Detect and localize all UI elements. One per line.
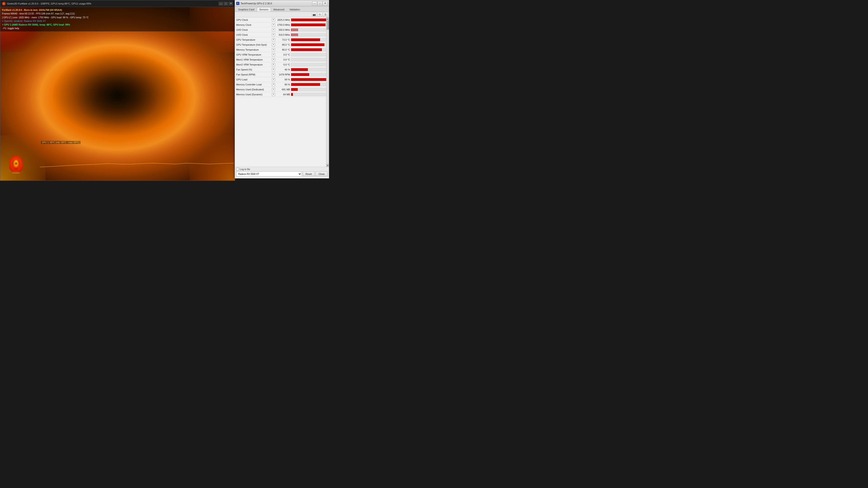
- furmark-restore-button[interactable]: □: [223, 2, 228, 6]
- sensor-value: 1825.0 MHz: [275, 19, 291, 21]
- sensor-bar-container: [291, 83, 328, 86]
- sensor-dropdown[interactable]: ▼: [272, 23, 275, 26]
- sensor-bar: [291, 73, 309, 76]
- sensor-bar-container: [291, 53, 328, 56]
- furmark-stats-overlay: FurMark v1.20.9.0 - Burn-in test, 1024x7…: [0, 7, 235, 31]
- gpuz-restore-button[interactable]: □: [317, 1, 322, 5]
- sensor-row: Memory Temperature ▼ 80.0 °C: [235, 47, 329, 52]
- sensor-dropdown[interactable]: ▼: [272, 58, 275, 61]
- sensor-dropdown[interactable]: ▼: [272, 73, 275, 76]
- sensor-bar-container: [291, 63, 328, 66]
- sensor-row: Fan Speed (%) ▼ 46 %: [235, 67, 329, 72]
- sensor-value: 64 MB: [275, 93, 291, 96]
- sensor-bar-container: [291, 38, 328, 41]
- sensor-value: 681 MB: [275, 88, 291, 91]
- sensor-value: 1478 RPM: [275, 73, 291, 76]
- sensor-dropdown[interactable]: ▼: [272, 28, 275, 31]
- sensor-dropdown[interactable]: ▼: [272, 63, 275, 66]
- sensor-bar: [291, 24, 326, 26]
- sensor-row: GPU Temperature ▼ 73.0 °C: [235, 37, 329, 42]
- gpu-selector[interactable]: Radeon RX 5500 XT: [236, 171, 302, 176]
- stats-line-1: FurMark v1.20.9.0 - Burn-in test, 1024x7…: [2, 8, 233, 12]
- bottom-buttons: Radeon RX 5500 XT Reset Close: [236, 171, 328, 176]
- furmark-canvas: FurMark v1.20.9.0 - Burn-in test, 1024x7…: [0, 7, 235, 181]
- gpuz-minimize-button[interactable]: —: [312, 1, 317, 5]
- sensor-row: GPU VRM Temperature ▼ 0.0 °C: [235, 52, 329, 57]
- sensor-value: 46 %: [275, 68, 291, 71]
- sensor-bar: [291, 43, 324, 46]
- sensor-dropdown[interactable]: ▼: [272, 43, 275, 46]
- gpuz-window: Z TechPowerUp GPU-Z 2.30.0 — □ ✕ Graphic…: [235, 0, 329, 178]
- refresh-button[interactable]: ↻: [317, 12, 322, 17]
- sensor-name: Memory Clock: [235, 24, 272, 26]
- sensor-dropdown[interactable]: ▼: [272, 48, 275, 51]
- scroll-down-arrow[interactable]: ▼: [327, 164, 329, 167]
- gpuz-close-button[interactable]: ✕: [322, 1, 328, 5]
- sensor-bar-container: [291, 93, 328, 96]
- menu-button[interactable]: ☰: [323, 12, 328, 17]
- sensor-row: GPU Clock ▼ 1825.0 MHz: [235, 18, 329, 22]
- sensor-value: 80.0 °C: [275, 48, 291, 51]
- sensor-bar-container: [291, 18, 328, 22]
- sensor-dropdown[interactable]: ▼: [272, 38, 275, 41]
- furmark-minimize-button[interactable]: —: [219, 2, 223, 6]
- tab-graphics-card[interactable]: Graphics Card: [236, 7, 257, 11]
- sensor-value: 316.0 MHz: [275, 33, 291, 36]
- sensor-value: 0.0 °C: [275, 63, 291, 66]
- sensor-dropdown[interactable]: ▼: [272, 18, 275, 22]
- sensor-value: 330.0 MHz: [275, 29, 291, 31]
- sensor-row: Memory Used (Dedicated) ▼ 681 MB: [235, 87, 329, 92]
- gpuz-titlebar: Z TechPowerUp GPU-Z 2.30.0 — □ ✕: [235, 0, 329, 6]
- svg-point-3: [15, 162, 17, 165]
- gpuz-tabs: Graphics Card Sensors Advanced Validatio…: [235, 6, 329, 12]
- close-button[interactable]: Close: [315, 171, 328, 176]
- sensor-dropdown[interactable]: ▼: [272, 33, 275, 36]
- gpuz-bottom-bar: Log to file Radeon RX 5500 XT Reset Clos…: [235, 167, 329, 177]
- sensor-bar-container: [291, 78, 328, 81]
- sensor-dropdown[interactable]: ▼: [272, 68, 275, 71]
- stats-line-6: - F1: toggle help: [2, 26, 233, 30]
- reset-button[interactable]: Reset: [303, 171, 315, 176]
- sensor-dropdown[interactable]: ▼: [272, 83, 275, 86]
- sensor-bar-container: [291, 58, 328, 61]
- furmark-close-button[interactable]: ✕: [228, 2, 233, 6]
- sensor-name: Memory Used (Dynamic): [235, 93, 272, 96]
- sensor-bar-container: [291, 73, 328, 76]
- tab-validation[interactable]: Validation: [287, 7, 303, 11]
- sensor-bar: [291, 33, 298, 36]
- sensor-value: 0.0 °C: [275, 58, 291, 61]
- sensor-dropdown[interactable]: ▼: [272, 78, 275, 81]
- furmark-title: Geeks3D FurMark v1.20.9.0 - 108FPS, GPU1…: [7, 2, 219, 5]
- sensor-dropdown[interactable]: ▼: [272, 88, 275, 91]
- scrollbar-track[interactable]: ▲ ▼: [326, 18, 329, 167]
- log-to-file-row: Log to file: [236, 168, 328, 170]
- sensor-bar: [291, 88, 298, 91]
- scroll-up-arrow[interactable]: ▲: [327, 18, 329, 20]
- furmark-window-controls: — □ ✕: [219, 2, 233, 6]
- sensor-bar: [291, 68, 308, 71]
- sensor-value: 1750.0 MHz: [275, 24, 291, 26]
- stats-line-5: > GPU 1 (AMD Radeon RX 5500), temp: 88°C…: [2, 23, 233, 26]
- log-to-file-checkbox[interactable]: [236, 168, 239, 170]
- sensor-row: Memory Used (Dynamic) ▼ 64 MB: [235, 92, 329, 97]
- furmark-window: G Geeks3D FurMark v1.20.9.0 - 108FPS, GP…: [0, 0, 235, 181]
- furmark-icon: G: [2, 2, 6, 5]
- sensor-value: 99 %: [275, 78, 291, 81]
- sensor-bar: [291, 78, 327, 81]
- sensor-row: Memory Clock ▼ 1750.0 MHz: [235, 22, 329, 27]
- sensor-name: GPU VRM Temperature: [235, 53, 272, 56]
- sensor-dropdown[interactable]: ▼: [272, 93, 275, 96]
- sensor-row: GPU Load ▼ 99 %: [235, 77, 329, 82]
- sensor-bar: [291, 93, 293, 96]
- tab-advanced[interactable]: Advanced: [271, 7, 287, 11]
- sensor-bar-container: [291, 48, 328, 51]
- scroll-thumb[interactable]: [327, 21, 329, 30]
- screenshot-button[interactable]: 📷: [312, 12, 317, 17]
- sensor-row: UVD Clock ▼ 316.0 MHz: [235, 32, 329, 37]
- sensor-bar-container: [291, 33, 328, 36]
- sensor-dropdown[interactable]: ▼: [272, 53, 275, 56]
- tab-sensors[interactable]: Sensors: [257, 7, 271, 11]
- gpuz-sensors-panel: GPU Clock ▼ 1825.0 MHz Memory Clock ▼ 17…: [235, 18, 329, 177]
- sensor-bar-container: [291, 43, 328, 46]
- sensor-row: Mem1 VRM Temperature ▼ 0.0 °C: [235, 57, 329, 62]
